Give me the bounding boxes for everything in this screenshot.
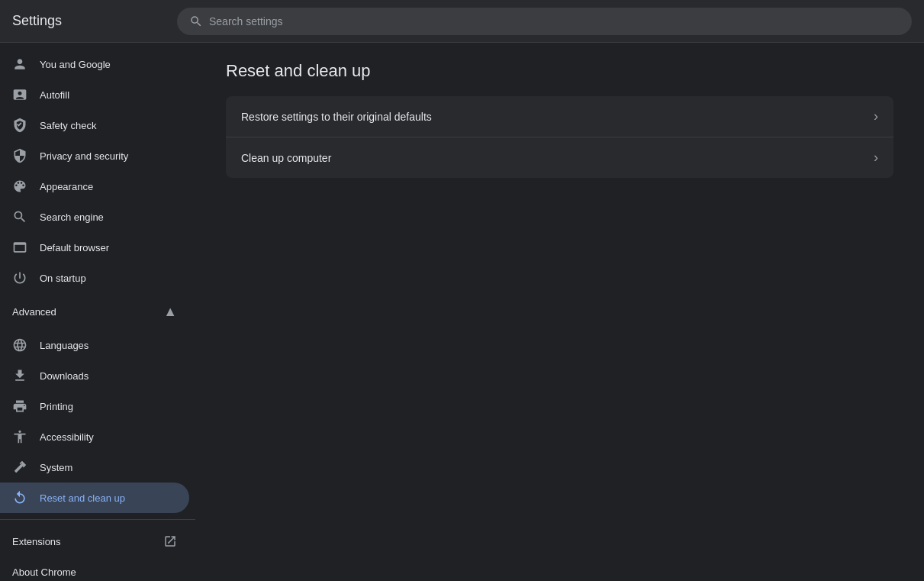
- sidebar-label-on-startup: On startup: [40, 273, 86, 284]
- sidebar-item-default-browser[interactable]: Default browser: [0, 232, 189, 263]
- main-content: Reset and clean up Restore settings to t…: [195, 43, 924, 581]
- header: Settings: [0, 0, 924, 43]
- search-icon: [189, 15, 203, 28]
- sidebar-label-you-and-google: You and Google: [40, 59, 111, 70]
- wrench-icon: [12, 460, 27, 475]
- sidebar-item-search-engine[interactable]: Search engine: [0, 202, 189, 232]
- download-icon: [12, 368, 27, 383]
- sidebar-item-extensions[interactable]: Extensions: [0, 526, 189, 557]
- sidebar-item-autofill[interactable]: Autofill: [0, 79, 189, 110]
- sidebar-item-accessibility[interactable]: Accessibility: [0, 421, 189, 452]
- chevron-up-icon: ▲: [163, 304, 177, 320]
- layout: You and Google Autofill Safety check Pri…: [0, 43, 924, 581]
- sidebar-item-on-startup[interactable]: On startup: [0, 263, 189, 293]
- sidebar-item-system[interactable]: System: [0, 452, 189, 483]
- chevron-right-icon-clean: ›: [874, 150, 878, 166]
- reset-icon: [12, 490, 27, 505]
- sidebar-label-reset-cleanup: Reset and clean up: [40, 492, 125, 504]
- sidebar-item-printing[interactable]: Printing: [0, 391, 189, 421]
- power-icon: [12, 270, 27, 286]
- shield-lock-icon: [12, 148, 27, 163]
- sidebar-item-languages[interactable]: Languages: [0, 330, 189, 360]
- person-icon: [12, 56, 27, 72]
- app-title: Settings: [12, 13, 165, 29]
- external-link-icon: [163, 534, 177, 548]
- restore-defaults-label: Restore settings to their original defau…: [241, 111, 874, 123]
- sidebar-item-downloads[interactable]: Downloads: [0, 360, 189, 391]
- search-bar[interactable]: [177, 8, 912, 35]
- page-title: Reset and clean up: [226, 61, 893, 81]
- sidebar-label-autofill: Autofill: [40, 89, 69, 101]
- advanced-section-title: Advanced: [12, 306, 56, 318]
- settings-card: Restore settings to their original defau…: [226, 96, 893, 178]
- autofill-icon: [12, 87, 27, 102]
- sidebar-item-you-and-google[interactable]: You and Google: [0, 49, 189, 79]
- palette-icon: [12, 179, 27, 194]
- sidebar-label-appearance: Appearance: [40, 181, 93, 192]
- clean-computer-row[interactable]: Clean up computer ›: [226, 137, 893, 178]
- chevron-right-icon-restore: ›: [874, 108, 878, 124]
- sidebar-label-languages: Languages: [40, 340, 89, 351]
- sidebar-item-reset-cleanup[interactable]: Reset and clean up: [0, 483, 189, 513]
- sidebar-label-safety-check: Safety check: [40, 120, 96, 131]
- sidebar-item-safety-check[interactable]: Safety check: [0, 110, 189, 140]
- sidebar-label-printing: Printing: [40, 401, 73, 412]
- printer-icon: [12, 399, 27, 414]
- browser-icon: [12, 240, 27, 255]
- clean-computer-label: Clean up computer: [241, 152, 874, 164]
- sidebar-label-accessibility: Accessibility: [40, 431, 94, 443]
- advanced-section-header[interactable]: Advanced ▲: [0, 293, 189, 330]
- sidebar-item-appearance[interactable]: Appearance: [0, 171, 189, 202]
- sidebar-label-search-engine: Search engine: [40, 211, 104, 223]
- sidebar: You and Google Autofill Safety check Pri…: [0, 43, 195, 581]
- sidebar-label-default-browser: Default browser: [40, 242, 109, 253]
- sidebar-label-extensions: Extensions: [12, 536, 61, 547]
- accessibility-icon: [12, 429, 27, 444]
- shield-icon: [12, 118, 27, 133]
- search-input[interactable]: [209, 15, 900, 27]
- sidebar-item-privacy-security[interactable]: Privacy and security: [0, 140, 189, 171]
- restore-defaults-row[interactable]: Restore settings to their original defau…: [226, 96, 893, 137]
- sidebar-label-privacy-security: Privacy and security: [40, 150, 128, 162]
- sidebar-label-downloads: Downloads: [40, 370, 89, 382]
- search-engine-icon: [12, 209, 27, 224]
- sidebar-divider: [0, 519, 195, 520]
- sidebar-label-system: System: [40, 462, 72, 473]
- sidebar-label-about-chrome: About Chrome: [12, 566, 76, 578]
- globe-icon: [12, 337, 27, 353]
- sidebar-item-about-chrome[interactable]: About Chrome: [0, 557, 189, 581]
